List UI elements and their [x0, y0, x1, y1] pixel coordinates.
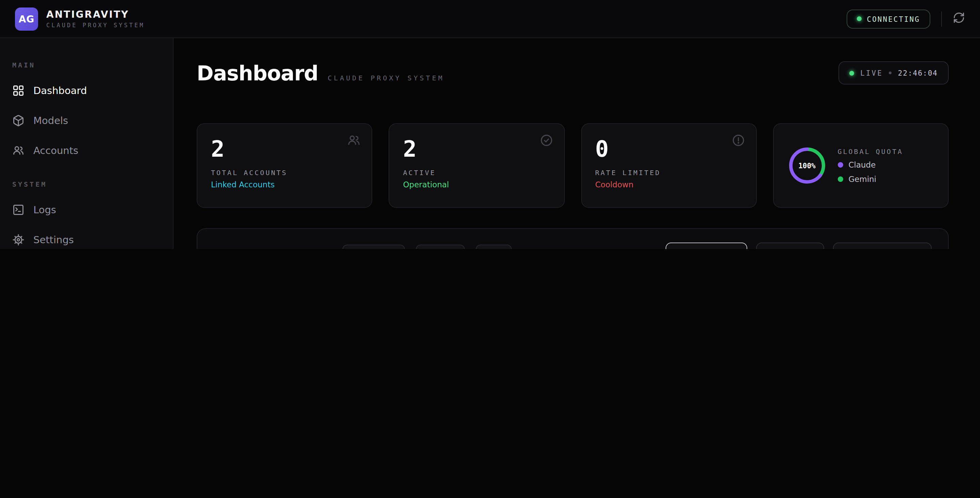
live-label: LIVE: [860, 69, 883, 77]
quota-percent: 100%: [788, 146, 827, 185]
check-circle-icon: [539, 134, 553, 150]
stat-label: ACTIVE: [403, 169, 550, 176]
quota-ring-chart: 100%: [788, 146, 827, 185]
live-clock: 22:46:04: [898, 69, 938, 77]
stat-sub: Cooldown: [595, 180, 743, 189]
legend-dot: [838, 176, 843, 182]
divider: [941, 11, 942, 26]
sidebar-item-accounts[interactable]: Accounts: [0, 136, 173, 166]
stat-value: 2: [403, 136, 550, 162]
terminal-icon: [12, 204, 24, 216]
alert-circle-icon: [732, 134, 745, 150]
sidebar: MAIN Dashboard Models: [0, 38, 173, 249]
funnel-icon: [843, 249, 851, 249]
refresh-icon: [953, 11, 965, 26]
stat-sub: Linked Accounts: [211, 180, 358, 189]
sidebar-item-label: Settings: [33, 235, 74, 245]
live-status-pill: LIVE 22:46:04: [838, 61, 949, 85]
cube-icon: [12, 115, 24, 127]
cube-icon: [765, 249, 774, 249]
sidebar-section-system: SYSTEM: [12, 180, 161, 188]
today-requests-badge: Today: 0: [415, 244, 465, 249]
refresh-button[interactable]: [953, 11, 965, 26]
hour-requests-badge: 1H: 0: [476, 244, 512, 249]
total-requests-badge: Total: 1390: [343, 244, 404, 249]
sidebar-item-label: Logs: [33, 204, 56, 215]
users-icon: [12, 144, 24, 157]
stat-value: 0: [595, 136, 743, 162]
quota-legend-gemini: Gemini: [838, 174, 904, 184]
page-subtitle: CLAUDE PROXY SYSTEM: [328, 74, 444, 82]
sidebar-item-settings[interactable]: Settings: [0, 225, 173, 249]
quota-legend-claude: Claude: [838, 160, 904, 169]
stat-card-active: 2 ACTIVE Operational: [389, 123, 565, 208]
main-content: Dashboard CLAUDE PROXY SYSTEM LIVE 22:46…: [173, 38, 980, 249]
sidebar-section-main: MAIN: [12, 61, 161, 69]
grid-icon: [12, 85, 24, 97]
stat-label: TOTAL ACCOUNTS: [211, 169, 358, 176]
users-icon: [347, 134, 361, 150]
chart-title: REQUEST VOLUME: [231, 248, 332, 249]
sidebar-item-label: Accounts: [33, 145, 78, 156]
connection-status-pill: CONNECTING: [846, 9, 930, 28]
stat-sub: Operational: [403, 180, 550, 189]
time-range-button[interactable]: All Time: [666, 243, 747, 249]
connection-status-label: CONNECTING: [867, 14, 920, 23]
legend-label: Gemini: [849, 174, 877, 184]
stat-value: 2: [211, 136, 358, 162]
sidebar-item-dashboard[interactable]: Dashboard: [0, 76, 173, 105]
stat-card-rate-limited: 0 RATE LIMITED Cooldown: [581, 123, 757, 208]
trending-up-icon: [214, 247, 224, 249]
stat-card-total-accounts: 2 TOTAL ACCOUNTS Linked Accounts: [197, 123, 372, 208]
topbar: AG ANTIGRAVITY CLAUDE PROXY SYSTEM CONNE…: [0, 0, 980, 38]
model-filter-button[interactable]: Model: [756, 243, 824, 249]
stat-label: RATE LIMITED: [595, 169, 743, 176]
gear-icon: [12, 234, 24, 246]
sidebar-item-models[interactable]: Models: [0, 105, 173, 136]
stat-card-global-quota: 100% GLOBAL QUOTA Claude Gemini: [773, 123, 949, 208]
legend-dot: [838, 162, 843, 167]
live-dot: [850, 70, 854, 75]
app-window: AG ANTIGRAVITY CLAUDE PROXY SYSTEM CONNE…: [0, 0, 980, 249]
app-logo: AG: [15, 7, 38, 30]
app-subtitle: CLAUDE PROXY SYSTEM: [46, 22, 145, 29]
separator-dot: [889, 72, 892, 74]
legend-label: Claude: [849, 160, 876, 169]
quota-label: GLOBAL QUOTA: [838, 147, 904, 155]
app-title: ANTIGRAVITY: [46, 9, 145, 20]
page-title: Dashboard: [197, 61, 318, 85]
request-volume-panel: REQUEST VOLUME Total: 1390 Today: 0 1H: …: [197, 228, 949, 249]
sidebar-item-label: Dashboard: [33, 85, 87, 96]
brand: AG ANTIGRAVITY CLAUDE PROXY SYSTEM: [15, 7, 145, 30]
filter-button[interactable]: Filter (3/3): [833, 243, 932, 249]
sidebar-item-label: Models: [33, 115, 68, 126]
status-dot: [857, 16, 862, 21]
clock-icon: [675, 249, 684, 249]
sidebar-item-logs[interactable]: Logs: [0, 195, 173, 225]
